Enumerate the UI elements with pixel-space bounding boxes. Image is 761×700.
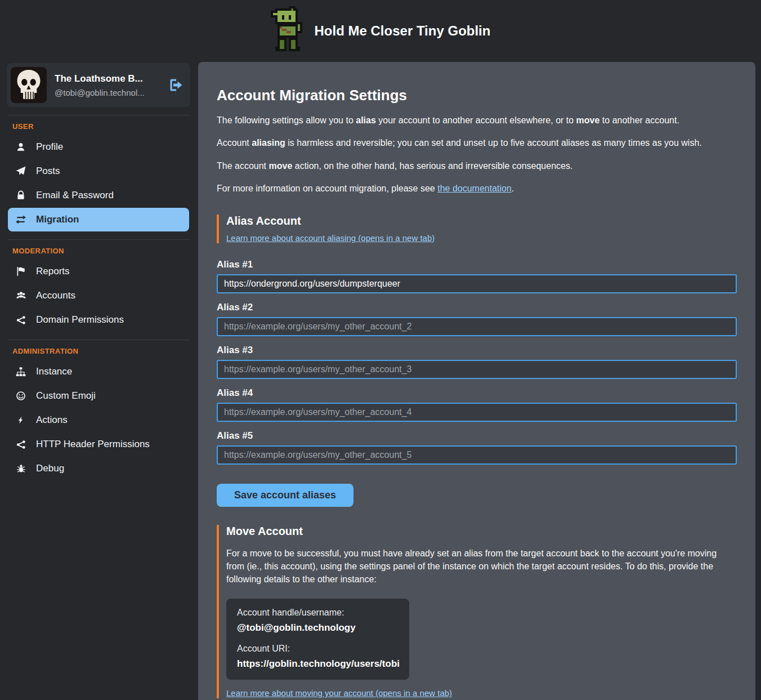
sidebar-item-domain-permissions[interactable]: Domain Permissions [8, 308, 189, 332]
account-handle-value: @tobi@goblin.technology [237, 622, 399, 634]
exchange-icon [15, 215, 26, 225]
sidebar-item-label: Actions [36, 414, 68, 426]
user-card[interactable]: The Loathsome B... @tobi@goblin.technol.… [7, 63, 190, 107]
paper-plane-icon [15, 166, 26, 176]
sidebar-item-custom-emoji[interactable]: Custom Emoji [8, 384, 189, 408]
move-account-section: Move Account For a move to be successful… [217, 525, 737, 699]
sidebar-item-label: Reports [36, 266, 70, 277]
sidebar-item-label: Posts [36, 166, 60, 177]
account-details-box: Account handle/username: @tobi@goblin.te… [226, 599, 409, 680]
alias-field-2: Alias #2 [217, 302, 737, 336]
app-header: Hold Me Closer Tiny Goblin [0, 0, 761, 62]
sidebar-item-label: Domain Permissions [36, 314, 124, 326]
alias-learn-more-link[interactable]: Learn more about account aliasing (opens… [226, 233, 435, 243]
alias-3-input[interactable] [217, 360, 737, 379]
sidebar-item-label: Profile [36, 141, 63, 153]
goblin-pixel-logo [271, 6, 302, 56]
sidebar-item-reports[interactable]: Reports [8, 260, 189, 283]
sidebar-section-administration: ADMINISTRATION [12, 347, 185, 355]
alias-field-4: Alias #4 [217, 387, 737, 422]
alias-1-label: Alias #1 [217, 259, 737, 270]
sidebar-item-label: Debug [36, 463, 64, 474]
sidebar-divider [8, 340, 189, 340]
user-display-name: The Loathsome B... [55, 73, 143, 84]
sitemap-icon [15, 367, 26, 377]
alias-5-input[interactable] [217, 445, 737, 465]
sidebar-item-posts[interactable]: Posts [8, 159, 189, 183]
alias-3-label: Alias #3 [217, 345, 737, 356]
intro-paragraph-3: The account move action, on the other ha… [217, 160, 737, 172]
alias-4-label: Alias #4 [217, 387, 737, 399]
sidebar-item-accounts[interactable]: Accounts [8, 284, 189, 307]
intro-paragraph-2: Account aliasing is harmless and reversi… [217, 137, 737, 149]
sidebar-item-actions[interactable]: Actions [8, 408, 189, 432]
instance-title: Hold Me Closer Tiny Goblin [315, 23, 491, 39]
alias-2-label: Alias #2 [217, 302, 737, 313]
alias-5-label: Alias #5 [217, 430, 737, 442]
alias-field-3: Alias #3 [217, 345, 737, 379]
bolt-icon [15, 415, 26, 425]
users-icon [15, 291, 26, 301]
save-account-aliases-button[interactable]: Save account aliases [217, 484, 353, 507]
sidebar-item-debug[interactable]: Debug [8, 457, 189, 480]
user-handle: @tobi@goblin.technol... [55, 88, 161, 97]
alias-section-heading: Alias Account [226, 215, 737, 228]
alias-account-section: Alias Account Learn more about account a… [217, 215, 737, 243]
alias-field-1: Alias #1 [217, 259, 737, 293]
sidebar-divider [8, 115, 189, 115]
sidebar-divider [8, 239, 189, 240]
sign-out-icon[interactable] [169, 78, 183, 92]
sidebar-item-label: Email & Password [36, 190, 114, 201]
sidebar: The Loathsome B... @tobi@goblin.technol.… [0, 62, 198, 481]
settings-panel: Account Migration Settings The following… [198, 62, 755, 700]
sidebar-item-instance[interactable]: Instance [8, 360, 189, 384]
share-nodes-icon [15, 439, 26, 449]
sidebar-item-http-header-permissions[interactable]: HTTP Header Permissions [8, 433, 189, 456]
sidebar-item-label: Custom Emoji [36, 390, 96, 402]
documentation-link[interactable]: the documentation [437, 184, 512, 193]
sidebar-item-email-password[interactable]: Email & Password [8, 184, 189, 207]
account-uri-value: https://goblin.technology/users/tobi [237, 658, 399, 670]
smiley-icon [15, 391, 26, 401]
alias-field-5: Alias #5 [217, 430, 737, 465]
alias-4-input[interactable] [217, 403, 737, 422]
flag-icon [15, 266, 26, 277]
move-learn-more-link[interactable]: Learn more about moving your account (op… [226, 688, 452, 698]
lock-icon [15, 190, 26, 200]
sidebar-item-label: Instance [36, 366, 72, 377]
alias-2-input[interactable] [217, 317, 737, 336]
share-nodes-icon [15, 315, 26, 325]
move-section-description: For a move to be successful, you must ha… [226, 547, 736, 586]
alias-fields: Alias #1 Alias #2 Alias #3 Alias #4 Alia… [217, 259, 737, 465]
sidebar-item-label: Accounts [36, 290, 75, 301]
intro-paragraph-1: The following settings allow you to alia… [217, 114, 737, 127]
sidebar-section-user: USER [12, 122, 185, 131]
intro-paragraph-4: For more information on account migratio… [217, 182, 737, 195]
sidebar-item-migration[interactable]: Migration [8, 208, 189, 231]
skull-avatar [11, 67, 47, 103]
alias-1-input[interactable] [217, 274, 737, 293]
move-section-heading: Move Account [226, 525, 737, 538]
account-uri-label: Account URI: [237, 644, 399, 654]
sidebar-section-moderation: MODERATION [12, 247, 185, 255]
sidebar-item-label: Migration [36, 214, 79, 225]
page-title: Account Migration Settings [217, 87, 737, 104]
sidebar-item-profile[interactable]: Profile [8, 135, 189, 159]
bug-icon [15, 463, 26, 474]
account-handle-label: Account handle/username: [237, 608, 399, 618]
user-icon [15, 142, 26, 152]
sidebar-item-label: HTTP Header Permissions [36, 439, 150, 450]
